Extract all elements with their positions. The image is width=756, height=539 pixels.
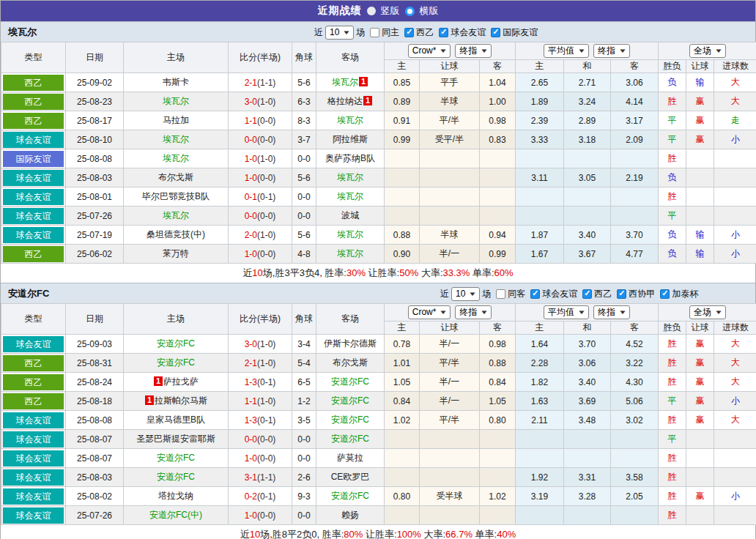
full-match-select[interactable]: 全场▼ [689,305,726,319]
wdl-result-cell: 负 [659,168,686,187]
wdl-result-cell: 胜 [659,449,686,468]
col-home: 主场 [124,42,229,73]
avg-draw-odds-cell: 3.40 [564,226,611,245]
avg-away-odds-cell: 2.09 [611,130,659,149]
filter-checkbox-2[interactable] [439,28,448,37]
crow-away-odds-cell [480,449,516,468]
crow-handicap-cell [420,207,480,226]
odds-stage-select[interactable]: 终指▼ [455,305,492,319]
filter-checkbox-3[interactable] [491,28,500,37]
away-team-cell: 安道尔FC [316,411,385,430]
avg-away-odds-cell [611,149,659,168]
crow-home-odds-cell: 0.89 [385,92,420,111]
crow-away-odds-cell: 0.98 [480,111,516,130]
avg-draw-odds-cell: 3.70 [564,335,611,354]
away-team-cell: 波城 [316,207,385,226]
date-cell: 25-08-03 [66,468,124,487]
handicap-result-cell: 赢 [686,130,714,149]
vertical-layout-radio[interactable] [367,7,376,15]
filter-checkbox-1[interactable] [404,28,414,37]
average-stage-select[interactable]: 终指▼ [593,44,630,58]
table-row: 球会友谊25-07-26埃瓦尔0-0(0-0)0-0波城平 [1,207,756,226]
crow-handicap-cell [420,430,480,449]
team-name: 伊斯卡尔德斯 [324,338,377,349]
goals-result-cell [714,168,756,187]
home-team-cell: 埃瓦尔 [124,207,229,226]
corner-cell: 5-6 [292,73,316,92]
matches-table-eibar: 类型 日期 主场 比分(半场) 角球 客场 Crow*▼ 终指▼ 平均值▼ 终指… [1,42,756,264]
filter-checkbox-3[interactable] [617,289,626,299]
crow-away-odds-cell [480,430,516,449]
crow-away-odds-cell [480,187,516,207]
match-type-cell: 球会友谊 [1,430,66,449]
handicap-result-cell: 赢 [686,335,714,354]
table-row: 球会友谊25-08-10埃瓦尔0-0(0-0)3-7阿拉维斯0.99受平/半0.… [1,130,756,149]
crow-handicap-cell: 半球 [420,226,480,245]
result-scope-header: 全场▼ [659,42,756,60]
average-stage-select[interactable]: 终指▼ [593,305,630,319]
col-corner: 角球 [292,42,316,73]
team-name: 埃瓦尔 [163,210,189,220]
score-cell: 1-0(0-0) [229,506,292,525]
col-wdl: 胜负 [659,60,686,73]
date-cell: 25-08-17 [66,111,124,130]
avg-away-odds-cell: 4.77 [611,245,659,264]
crow-away-odds-cell: 0.99 [480,245,516,264]
crow-handicap-cell: 平/半 [420,111,480,130]
bookmaker-select[interactable]: Crow*▼ [408,305,451,319]
crow-home-odds-cell: 0.78 [385,335,420,354]
col-home: 主场 [124,304,229,335]
crow-away-odds-cell: 1.04 [480,73,516,92]
match-type-cell: 球会友谊 [1,187,66,207]
away-team-cell: 萨莫拉 [316,449,385,468]
match-type-cell: 球会友谊 [1,506,66,525]
average-select[interactable]: 平均值▼ [544,305,589,319]
match-type-cell: 球会友谊 [1,468,66,487]
date-cell: 25-09-02 [66,73,124,92]
avg-draw-odds-cell [564,506,611,525]
handicap-result-cell [686,168,714,187]
home-team-cell: 1拉斯帕尔马斯 [124,392,229,411]
crow-home-odds-cell: 0.88 [385,226,420,245]
score-cell: 1-1(1-0) [229,392,292,411]
away-team-cell: 埃瓦尔1 [316,73,385,92]
team-name: 圣瑟巴斯提安雷耶斯 [136,434,215,444]
filter-checkbox-4[interactable] [660,289,670,299]
filter-checkbox-0[interactable] [496,289,505,299]
score-cell: 0-0(0-0) [229,430,292,449]
near-label: 近 [314,26,323,39]
crow-handicap-cell [420,168,480,187]
chevron-down-icon: ▼ [618,45,627,56]
date-cell: 25-08-01 [66,187,124,207]
match-type-cell: 西乙 [1,373,66,392]
filter-checkbox-0[interactable] [370,28,379,37]
col-score: 比分(半场) [229,42,292,73]
date-cell: 25-08-03 [66,168,124,187]
date-cell: 25-06-02 [66,245,124,264]
crow-away-odds-cell [480,468,516,487]
filter-checkbox-1[interactable] [530,289,540,299]
filter-checkbox-2[interactable] [582,289,592,299]
team-name: 布尔戈斯 [158,172,193,182]
match-count-select[interactable]: 10▼ [451,287,480,301]
avg-home-odds-cell [516,149,564,168]
crow-handicap-cell: 平手 [420,73,480,92]
team-name: 埃瓦尔 [337,229,363,239]
match-count-select[interactable]: 10▼ [325,26,354,40]
handicap-result-cell: 赢 [686,354,714,373]
handicap-result-cell: 赢 [686,373,714,392]
bookmaker-select[interactable]: Crow*▼ [408,44,451,58]
horizontal-layout-radio[interactable] [405,7,415,16]
col-crow-home: 主 [385,321,420,335]
chevron-down-icon: ▼ [480,45,489,56]
table-row: 西乙25-09-02韦斯卡2-1(1-1)5-6埃瓦尔10.85平手1.042.… [1,73,756,92]
handicap-result-cell: 赢 [686,392,714,411]
odds-stage-select[interactable]: 终指▼ [455,44,492,58]
col-crow-handicap: 让球 [420,321,480,335]
average-select[interactable]: 平均值▼ [544,44,589,58]
crow-home-odds-cell: 0.90 [385,245,420,264]
average-odds-header: 平均值▼ 终指▼ [516,42,659,60]
wdl-result-cell: 胜 [659,92,686,111]
crow-handicap-cell: 半/一 [420,373,480,392]
full-match-select[interactable]: 全场▼ [689,44,726,58]
